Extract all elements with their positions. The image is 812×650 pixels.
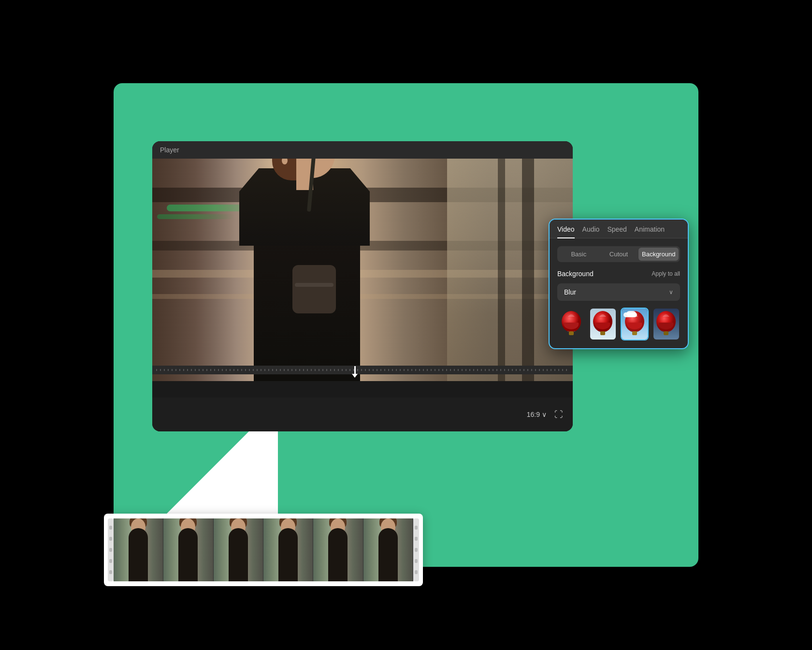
thumbnail-3[interactable] xyxy=(621,308,649,340)
filmstrip-hole xyxy=(109,537,112,541)
thumbnail-2[interactable] xyxy=(589,308,617,340)
fullscreen-icon: ⛶ xyxy=(554,410,563,419)
apply-all-button[interactable]: Apply to all xyxy=(652,270,680,277)
panel-tabs: Video Audio Speed Animation xyxy=(550,220,688,238)
thumb-inner-3 xyxy=(622,309,648,340)
dropdown-arrow-icon: ∨ xyxy=(669,289,673,295)
player-header: Player xyxy=(152,141,573,159)
thumb-inner-4 xyxy=(653,309,680,340)
filmstrip-hole xyxy=(109,559,112,563)
filmstrip-right-edge xyxy=(413,518,419,581)
filmstrip xyxy=(104,514,423,586)
frame-person xyxy=(378,528,398,581)
svg-rect-14 xyxy=(664,331,668,335)
svg-rect-10 xyxy=(632,331,637,335)
filmstrip-frame[interactable] xyxy=(263,518,313,581)
frame-person xyxy=(229,528,248,581)
filmstrip-hole xyxy=(415,526,418,530)
filmstrip-hole xyxy=(109,548,112,552)
blur-dropdown[interactable]: Blur ∨ xyxy=(557,283,680,301)
filmstrip-frame[interactable] xyxy=(313,518,363,581)
playhead[interactable] xyxy=(354,366,356,374)
tab-audio[interactable]: Audio xyxy=(582,225,600,238)
filmstrip-hole xyxy=(109,570,112,574)
thumbnail-grid xyxy=(557,308,680,340)
filmstrip-frame[interactable] xyxy=(363,518,413,581)
player-controls: 16:9 ∨ ⛶ xyxy=(152,398,573,431)
tab-speed[interactable]: Speed xyxy=(607,225,626,238)
filmstrip-frames xyxy=(114,518,413,581)
subtab-cutout[interactable]: Cutout xyxy=(599,248,639,261)
video-area xyxy=(152,159,573,381)
frame-person xyxy=(278,528,298,581)
thumbnail-4[interactable] xyxy=(652,308,681,340)
svg-rect-1 xyxy=(569,331,574,335)
aspect-ratio-button[interactable]: 16:9 ∨ xyxy=(527,411,547,418)
thumbnail-1[interactable] xyxy=(557,308,585,340)
frame-person xyxy=(129,528,148,581)
timeline-scrubber[interactable] xyxy=(152,366,573,374)
subtab-background[interactable]: Background xyxy=(638,248,679,261)
filmstrip-hole xyxy=(415,537,418,541)
timeline-track[interactable] xyxy=(156,369,569,371)
filmstrip-hole xyxy=(415,548,418,552)
frame-person xyxy=(328,528,348,581)
aspect-ratio-label: 16:9 xyxy=(527,411,540,418)
balloon-icon-1 xyxy=(559,310,583,338)
aspect-ratio-chevron: ∨ xyxy=(542,411,547,418)
dropdown-label: Blur xyxy=(564,288,576,296)
filmstrip-frame[interactable] xyxy=(114,518,163,581)
filmstrip-left-edge xyxy=(108,518,114,581)
thumb-inner-1 xyxy=(558,309,584,340)
tab-video[interactable]: Video xyxy=(557,225,575,238)
properties-panel: Video Audio Speed Animation Basic Cutout xyxy=(549,219,689,349)
balloon-icon-2 xyxy=(591,310,615,338)
section-header: Background Apply to all xyxy=(557,270,680,278)
player-screen: Player xyxy=(152,141,573,431)
subtab-basic[interactable]: Basic xyxy=(559,248,599,261)
player-title: Player xyxy=(160,146,179,154)
filmstrip-frame[interactable] xyxy=(163,518,213,581)
app-background: Player xyxy=(114,83,698,567)
filmstrip-hole xyxy=(415,570,418,574)
thumb-inner-2 xyxy=(590,309,616,340)
frame-person xyxy=(178,528,198,581)
panel-content: Basic Cutout Background Background Apply… xyxy=(550,238,688,348)
filmstrip-hole xyxy=(109,526,112,530)
section-title: Background xyxy=(557,270,594,278)
tab-animation[interactable]: Animation xyxy=(635,225,665,238)
sub-tabs: Basic Cutout Background xyxy=(557,246,680,262)
svg-rect-5 xyxy=(600,331,605,335)
filmstrip-hole xyxy=(415,559,418,563)
fullscreen-button[interactable]: ⛶ xyxy=(554,410,563,420)
filmstrip-frame[interactable] xyxy=(214,518,263,581)
balloon-icon-4 xyxy=(654,310,678,338)
